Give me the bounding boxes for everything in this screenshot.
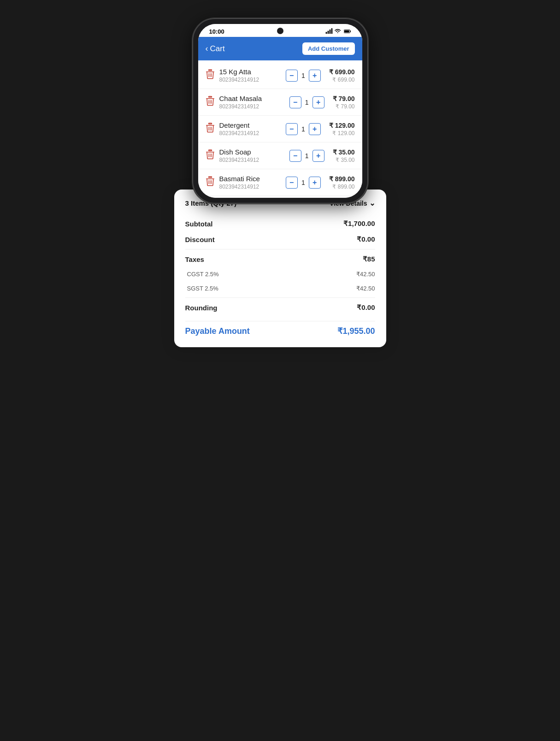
cgst-value: ₹42.50 <box>356 271 375 278</box>
delete-item-button[interactable] <box>206 123 215 135</box>
item-price-sub: ₹ 129.00 <box>329 130 355 136</box>
item-price: ₹ 699.00 ₹ 699.00 <box>329 68 355 83</box>
svg-rect-13 <box>206 98 214 99</box>
delete-item-button[interactable] <box>206 176 215 189</box>
cart-items-list: 15 Kg Atta 8023942314912 − 1 + ₹ 699.00 … <box>198 60 362 198</box>
item-info: Dish Soap 8023942314912 <box>219 148 285 163</box>
svg-rect-2 <box>329 30 330 34</box>
qty-increase-button[interactable]: + <box>309 177 321 189</box>
cart-item: 15 Kg Atta 8023942314912 − 1 + ₹ 699.00 … <box>198 62 362 89</box>
item-price-main: ₹ 35.00 <box>333 148 355 156</box>
add-customer-button[interactable]: Add Customer <box>302 42 355 55</box>
svg-rect-9 <box>208 70 212 71</box>
qty-value: 1 <box>301 72 306 79</box>
svg-rect-8 <box>206 71 214 72</box>
item-name: 15 Kg Atta <box>219 68 281 76</box>
item-name: Chaat Masala <box>219 95 285 102</box>
item-price-main: ₹ 899.00 <box>329 175 355 183</box>
qty-increase-button[interactable]: + <box>309 123 321 135</box>
svg-rect-18 <box>206 125 214 126</box>
item-price-main: ₹ 79.00 <box>333 95 355 102</box>
item-price-sub: ₹ 79.00 <box>333 103 355 110</box>
qty-control: − 1 + <box>286 123 321 135</box>
delete-item-button[interactable] <box>206 69 215 82</box>
subtotal-row: Subtotal ₹1,700.00 <box>185 216 375 231</box>
divider-1 <box>185 249 375 249</box>
qty-control: − 1 + <box>286 177 321 189</box>
svg-rect-14 <box>208 96 212 97</box>
qty-increase-button[interactable]: + <box>312 150 324 162</box>
qty-decrease-button[interactable]: − <box>286 177 298 189</box>
svg-point-4 <box>337 32 338 33</box>
subtotal-label: Subtotal <box>185 220 213 228</box>
status-bar: 10:00 <box>198 24 362 37</box>
rounding-row: Rounding ₹0.00 <box>185 300 375 315</box>
item-name: Basmati Rice <box>219 175 281 183</box>
qty-decrease-button[interactable]: − <box>289 96 301 108</box>
qty-control: − 1 + <box>286 70 321 82</box>
item-price-sub: ₹ 35.00 <box>333 157 355 163</box>
qty-control: − 1 + <box>289 96 324 108</box>
taxes-label: Taxes <box>185 255 204 263</box>
delete-item-button[interactable] <box>206 96 215 108</box>
item-price-sub: ₹ 699.00 <box>329 77 355 83</box>
subtotal-value: ₹1,700.00 <box>343 219 375 228</box>
payable-row: Payable Amount ₹1,955.00 <box>185 321 375 336</box>
cart-item: Detergent 8023942314912 − 1 + ₹ 129.00 ₹… <box>198 116 362 142</box>
discount-label: Discount <box>185 236 215 243</box>
qty-decrease-button[interactable]: − <box>286 70 298 82</box>
cart-item: Chaat Masala 8023942314912 − 1 + ₹ 79.00… <box>198 89 362 116</box>
svg-rect-28 <box>206 178 214 179</box>
qty-control: − 1 + <box>289 150 324 162</box>
qty-increase-button[interactable]: + <box>312 96 324 108</box>
item-barcode: 8023942314912 <box>219 77 281 83</box>
svg-rect-1 <box>327 31 329 34</box>
wifi-icon <box>335 28 342 35</box>
item-info: Detergent 8023942314912 <box>219 121 281 136</box>
item-info: Chaat Masala 8023942314912 <box>219 95 285 110</box>
item-price-sub: ₹ 899.00 <box>329 184 355 190</box>
rounding-value: ₹0.00 <box>357 303 375 312</box>
summary-card: 3 Items (Qty 27) View Details ⌄ Subtotal… <box>174 190 386 347</box>
svg-rect-29 <box>208 177 212 178</box>
item-price: ₹ 129.00 ₹ 129.00 <box>329 122 355 136</box>
item-name: Detergent <box>219 121 281 129</box>
battery-icon <box>344 28 351 35</box>
qty-increase-button[interactable]: + <box>309 70 321 82</box>
item-barcode: 8023942314912 <box>219 130 281 136</box>
svg-rect-7 <box>344 30 349 33</box>
item-price-main: ₹ 129.00 <box>329 122 355 129</box>
qty-value: 1 <box>304 99 310 106</box>
discount-value: ₹0.00 <box>357 235 375 243</box>
item-info: Basmati Rice 8023942314912 <box>219 175 281 190</box>
item-price-main: ₹ 699.00 <box>329 68 355 76</box>
svg-rect-24 <box>208 150 212 151</box>
sgst-row: SGST 2.5% ₹42.50 <box>185 281 375 296</box>
sgst-label: SGST 2.5% <box>185 285 218 292</box>
app-header: ‹ Cart Add Customer <box>198 37 362 60</box>
phone-screen: 10:00 ‹ Cart Add Customer <box>198 24 362 198</box>
qty-decrease-button[interactable]: − <box>286 123 298 135</box>
header-back[interactable]: ‹ Cart <box>206 44 225 53</box>
item-price: ₹ 79.00 ₹ 79.00 <box>333 95 355 110</box>
chevron-down-icon: ⌄ <box>369 199 375 207</box>
delete-item-button[interactable] <box>206 149 215 162</box>
qty-decrease-button[interactable]: − <box>289 150 301 162</box>
payable-value: ₹1,955.00 <box>337 326 375 336</box>
cgst-label: CGST 2.5% <box>185 271 219 278</box>
item-barcode: 8023942314912 <box>219 103 285 110</box>
qty-value: 1 <box>304 152 310 160</box>
svg-rect-0 <box>325 32 327 34</box>
item-price: ₹ 35.00 ₹ 35.00 <box>333 148 355 163</box>
discount-row: Discount ₹0.00 <box>185 231 375 247</box>
qty-value: 1 <box>301 125 306 133</box>
sgst-value: ₹42.50 <box>356 285 375 292</box>
cgst-row: CGST 2.5% ₹42.50 <box>185 267 375 281</box>
page-wrapper: 10:00 ‹ Cart Add Customer <box>170 18 391 347</box>
item-barcode: 8023942314912 <box>219 184 281 190</box>
status-time: 10:00 <box>209 28 224 35</box>
svg-rect-23 <box>206 152 214 153</box>
header-back-label: Cart <box>210 44 225 53</box>
svg-rect-6 <box>350 30 350 32</box>
back-arrow-icon: ‹ <box>206 44 208 53</box>
